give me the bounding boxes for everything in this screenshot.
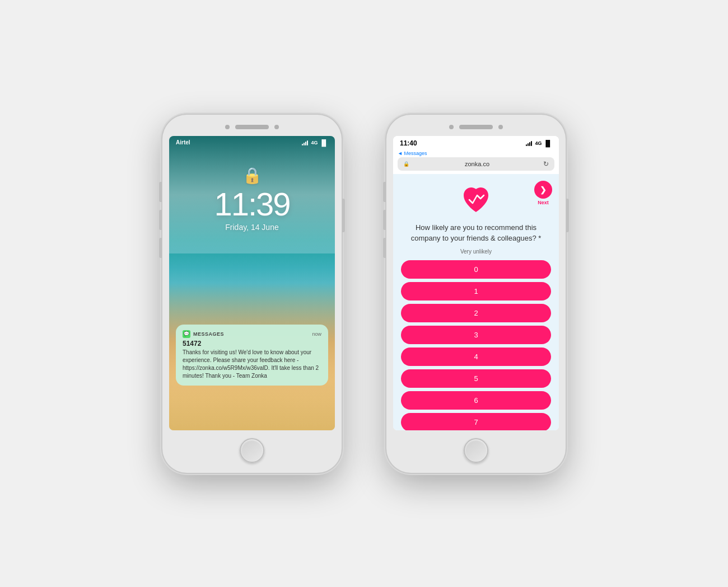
nps-btn-0[interactable]: 0 (401, 260, 551, 279)
sms-app-name: MESSAGES (193, 331, 224, 337)
wave-layer (169, 136, 335, 253)
survey-logo (459, 183, 493, 217)
next-button[interactable]: ❯ Next (534, 181, 552, 205)
phone-2: 11:40 4G ▐▌ ◄ Messages 🔒 zonka.co (386, 115, 566, 473)
phone-screen-1: Airtel 4G ▐▌ 🔒 11:39 Friday, 14 June (169, 136, 335, 430)
camera-dot-2 (449, 125, 454, 129)
browser-signal-bars (526, 140, 532, 146)
phone-top-bar-2 (393, 125, 559, 129)
refresh-icon[interactable]: ↻ (543, 160, 549, 168)
sms-app-info: MESSAGES (183, 330, 224, 338)
sms-header: MESSAGES now (183, 330, 321, 338)
messages-icon (183, 330, 190, 338)
sms-notification: MESSAGES now 51472 Thanks for visiting u… (176, 325, 328, 386)
camera-dot-1 (225, 125, 230, 129)
nps-btn-2[interactable]: 2 (401, 304, 551, 322)
speaker-bar-2 (459, 125, 493, 129)
browser-battery: ▐▌ (543, 140, 552, 147)
survey-sublabel: Very unlikely (460, 248, 492, 255)
browser-time: 11:40 (400, 139, 417, 147)
microphone-dot-2 (498, 125, 503, 129)
sms-time: now (312, 331, 321, 337)
nps-buttons-container: 0 1 2 3 4 5 6 7 8 (401, 260, 551, 430)
browser-status-icons: 4G ▐▌ (526, 140, 552, 147)
nps-btn-6[interactable]: 6 (401, 391, 551, 410)
browser-address-bar[interactable]: 🔒 zonka.co ↻ (398, 157, 554, 171)
survey-screen: 11:40 4G ▐▌ ◄ Messages 🔒 zonka.co (393, 136, 559, 430)
lock-screen: Airtel 4G ▐▌ 🔒 11:39 Friday, 14 June (169, 136, 335, 430)
nps-btn-4[interactable]: 4 (401, 347, 551, 366)
next-arrow-icon: ❯ (540, 185, 547, 194)
b-signal-3 (529, 142, 530, 146)
speaker-bar-1 (235, 125, 269, 129)
phone-1: Airtel 4G ▐▌ 🔒 11:39 Friday, 14 June (162, 115, 342, 473)
b-signal-2 (528, 143, 529, 146)
nps-btn-5[interactable]: 5 (401, 369, 551, 388)
next-circle[interactable]: ❯ (534, 181, 552, 199)
home-button-1[interactable] (240, 438, 264, 463)
phone-screen-2: 11:40 4G ▐▌ ◄ Messages 🔒 zonka.co (393, 136, 559, 430)
nps-btn-3[interactable]: 3 (401, 326, 551, 344)
browser-network: 4G (535, 140, 542, 146)
sms-code: 51472 (183, 340, 321, 347)
phone-top-bar-1 (169, 125, 335, 129)
microphone-dot-1 (274, 125, 279, 129)
next-label: Next (538, 200, 549, 205)
https-lock-icon: 🔒 (403, 161, 409, 167)
home-button-2[interactable] (464, 438, 488, 463)
nps-btn-1[interactable]: 1 (401, 282, 551, 300)
b-signal-4 (531, 141, 532, 146)
b-signal-1 (526, 144, 527, 146)
url-display: zonka.co (411, 161, 543, 167)
browser-status-bar: 11:40 4G ▐▌ (393, 136, 559, 151)
survey-content: ❯ Next How likely are you to recommend t… (393, 174, 559, 430)
back-to-messages[interactable]: ◄ Messages (393, 151, 559, 156)
sms-body: Thanks for visiting us! We'd love to kno… (183, 349, 321, 380)
nps-btn-7[interactable]: 7 (401, 413, 551, 430)
survey-question: How likely are you to recommend this com… (401, 222, 551, 244)
